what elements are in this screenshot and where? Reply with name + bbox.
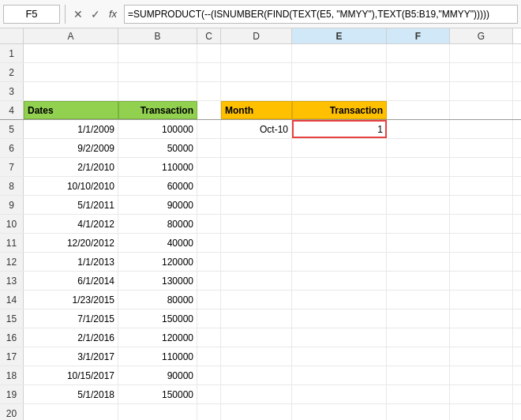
cell-e20-month[interactable] — [221, 404, 292, 420]
cell-e11-month[interactable] — [221, 234, 292, 252]
cell-h14[interactable] — [450, 291, 513, 309]
cell-b5-date[interactable]: 1/1/2009 — [24, 120, 118, 138]
cell-f5-trans[interactable]: 1 — [292, 120, 387, 138]
cell-c9-amount[interactable]: 90000 — [118, 196, 197, 214]
cell-h7[interactable] — [450, 158, 513, 176]
cell-c3[interactable] — [118, 82, 197, 100]
cell-d5[interactable] — [197, 120, 221, 138]
cell-e8-month[interactable] — [221, 177, 292, 195]
confirm-icon[interactable]: ✓ — [88, 6, 103, 22]
cell-d6[interactable] — [197, 139, 221, 157]
cell-c13-amount[interactable]: 130000 — [118, 272, 197, 290]
cell-e14-month[interactable] — [221, 291, 292, 309]
cell-c8-amount[interactable]: 60000 — [118, 177, 197, 195]
cell-d15[interactable] — [197, 309, 221, 328]
cell-b2[interactable] — [24, 63, 118, 81]
cell-g6[interactable] — [387, 139, 450, 157]
cell-d2[interactable] — [197, 63, 221, 81]
cell-d4[interactable] — [197, 101, 221, 119]
cell-e10-month[interactable] — [221, 215, 292, 233]
cell-d11[interactable] — [197, 234, 221, 252]
cell-f13-trans[interactable] — [292, 272, 387, 290]
cell-name-box[interactable]: F5 — [3, 5, 60, 24]
cell-e6-month[interactable] — [221, 139, 292, 157]
cell-b9-date[interactable]: 5/1/2011 — [24, 196, 118, 214]
cell-h10[interactable] — [450, 215, 513, 233]
cell-g14[interactable] — [387, 291, 450, 309]
cell-e9-month[interactable] — [221, 196, 292, 214]
cell-h19[interactable] — [450, 385, 513, 403]
cell-f18-trans[interactable] — [292, 366, 387, 384]
cell-b15-date[interactable]: 7/1/2015 — [24, 309, 118, 328]
cell-f3[interactable] — [292, 82, 387, 100]
cell-h6[interactable] — [450, 139, 513, 157]
cell-h12[interactable] — [450, 253, 513, 271]
cell-c5-amount[interactable]: 100000 — [118, 120, 197, 138]
cell-f9-trans[interactable] — [292, 196, 387, 214]
cell-g9[interactable] — [387, 196, 450, 214]
cell-g4[interactable] — [387, 101, 450, 119]
cell-d9[interactable] — [197, 196, 221, 214]
cell-e13-month[interactable] — [221, 272, 292, 290]
cell-g3[interactable] — [387, 82, 450, 100]
cell-e7-month[interactable] — [221, 158, 292, 176]
cell-b6-date[interactable]: 9/2/2009 — [24, 139, 118, 157]
cell-f17-trans[interactable] — [292, 347, 387, 366]
cell-f2[interactable] — [292, 63, 387, 81]
cell-b1[interactable] — [24, 44, 118, 62]
cell-d13[interactable] — [197, 272, 221, 290]
cell-b14-date[interactable]: 1/23/2015 — [24, 291, 118, 309]
cell-c18-amount[interactable]: 90000 — [118, 366, 197, 384]
cell-f19-trans[interactable] — [292, 385, 387, 403]
cell-d8[interactable] — [197, 177, 221, 195]
cell-g15[interactable] — [387, 309, 450, 328]
cell-g12[interactable] — [387, 253, 450, 271]
cell-b17-date[interactable]: 3/1/2017 — [24, 347, 118, 366]
cell-d20[interactable] — [197, 404, 221, 420]
cell-f6-trans[interactable] — [292, 139, 387, 157]
cell-b11-date[interactable]: 12/20/2012 — [24, 234, 118, 252]
cell-h13[interactable] — [450, 272, 513, 290]
cell-c15-amount[interactable]: 150000 — [118, 309, 197, 328]
cell-g16[interactable] — [387, 328, 450, 347]
cell-d12[interactable] — [197, 253, 221, 271]
cell-g2[interactable] — [387, 63, 450, 81]
cell-h20[interactable] — [450, 404, 513, 420]
cell-h16[interactable] — [450, 328, 513, 347]
cell-f10-trans[interactable] — [292, 215, 387, 233]
cell-g7[interactable] — [387, 158, 450, 176]
cell-b10-date[interactable]: 4/1/2012 — [24, 215, 118, 233]
cell-f20-trans[interactable] — [292, 404, 387, 420]
cell-c17-amount[interactable]: 110000 — [118, 347, 197, 366]
cell-c2[interactable] — [118, 63, 197, 81]
cell-e1[interactable] — [221, 44, 292, 62]
cell-g20[interactable] — [387, 404, 450, 420]
cell-h3[interactable] — [450, 82, 513, 100]
cell-g5[interactable] — [387, 120, 450, 138]
cell-b19-date[interactable]: 5/1/2018 — [24, 385, 118, 403]
cell-f11-trans[interactable] — [292, 234, 387, 252]
cancel-icon[interactable]: ✕ — [70, 6, 86, 22]
cell-g1[interactable] — [387, 44, 450, 62]
cell-c19-amount[interactable]: 150000 — [118, 385, 197, 403]
cell-d3[interactable] — [197, 82, 221, 100]
cell-c10-amount[interactable]: 80000 — [118, 215, 197, 233]
cell-h17[interactable] — [450, 347, 513, 366]
cell-b20-date[interactable] — [24, 404, 118, 420]
cell-b18-date[interactable]: 10/15/2017 — [24, 366, 118, 384]
cell-c20-amount[interactable] — [118, 404, 197, 420]
cell-b3[interactable] — [24, 82, 118, 100]
cell-c14-amount[interactable]: 80000 — [118, 291, 197, 309]
cell-g10[interactable] — [387, 215, 450, 233]
col-header-b[interactable]: A — [24, 28, 118, 43]
cell-b13-date[interactable]: 6/1/2014 — [24, 272, 118, 290]
formula-input[interactable] — [124, 5, 518, 24]
col-header-f[interactable]: E — [292, 28, 387, 43]
cell-e17-month[interactable] — [221, 347, 292, 366]
cell-b7-date[interactable]: 2/1/2010 — [24, 158, 118, 176]
col-header-h[interactable]: G — [450, 28, 513, 43]
cell-e19-month[interactable] — [221, 385, 292, 403]
cell-f15-trans[interactable] — [292, 309, 387, 328]
cell-f1[interactable] — [292, 44, 387, 62]
cell-h5[interactable] — [450, 120, 513, 138]
